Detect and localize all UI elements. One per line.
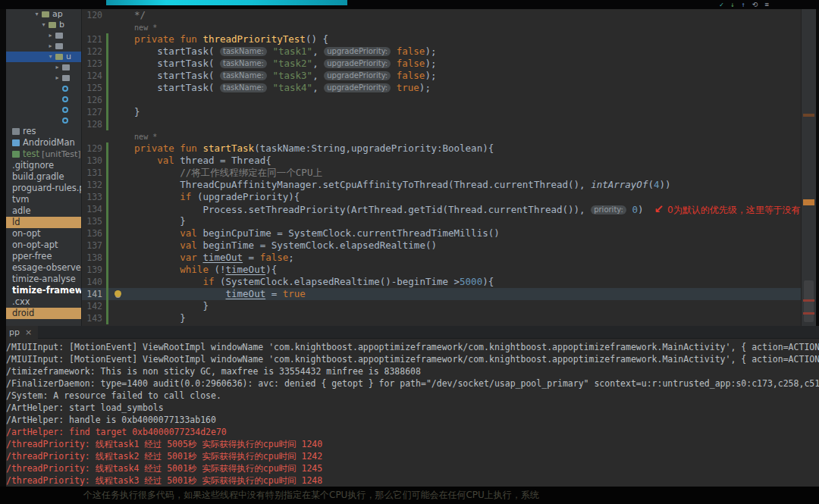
line-number[interactable]: 139: [82, 264, 106, 276]
code-content[interactable]: val beginTime = SystemClock.elapsedRealt…: [111, 239, 801, 252]
project-item[interactable]: AndroidMan: [6, 137, 81, 149]
line-number[interactable]: 121: [82, 33, 106, 45]
stripe-mark[interactable]: [803, 299, 814, 302]
line-number[interactable]: 123: [82, 58, 106, 70]
editor-line[interactable]: 130val thread = Thread{: [82, 155, 801, 167]
editor-line[interactable]: 126: [82, 94, 801, 106]
editor-line[interactable]: 135}: [82, 215, 801, 227]
project-item[interactable]: on-opt-apt: [6, 239, 81, 251]
editor-line[interactable]: 122startTask( taskName: "task1", upgrade…: [82, 45, 801, 58]
editor-line[interactable]: 125startTask( taskName: "task4", upgrade…: [82, 82, 801, 94]
line-number[interactable]: [82, 21, 106, 33]
line-number[interactable]: 128: [82, 118, 106, 130]
project-item[interactable]: build.gradle: [6, 171, 81, 183]
project-item[interactable]: .cxx: [6, 296, 81, 308]
tree-row[interactable]: ▾b: [6, 20, 81, 30]
line-number[interactable]: 122: [82, 45, 106, 58]
code-content[interactable]: }: [111, 300, 801, 312]
project-item[interactable]: pper-free: [6, 251, 81, 262]
line-number[interactable]: [82, 130, 106, 142]
code-content[interactable]: startTask( taskName: "task3", upgradePri…: [111, 70, 801, 82]
editor-line[interactable]: 143}: [82, 312, 801, 324]
vcs-update-icon[interactable]: ↓: [730, 0, 734, 9]
line-number[interactable]: 137: [82, 239, 106, 252]
project-item[interactable]: test [unitTest]: [6, 149, 81, 160]
line-number[interactable]: 130: [82, 155, 106, 167]
editor-line[interactable]: 131//将工作线程绑定在同一个CPU上: [82, 167, 801, 179]
editor-line[interactable]: new *: [82, 21, 801, 33]
editor-line[interactable]: 139while (!timeOut){: [82, 264, 801, 276]
editor-line[interactable]: 121private fun threadPriorityTest() {: [82, 33, 801, 45]
tree-row[interactable]: [6, 115, 81, 126]
editor-line[interactable]: 137val beginTime = SystemClock.elapsedRe…: [82, 239, 801, 252]
stripe-mark[interactable]: [803, 199, 814, 205]
editor-line[interactable]: 136val beginCpuTime = SystemClock.curren…: [82, 227, 801, 239]
line-number[interactable]: 124: [82, 70, 106, 82]
project-item[interactable]: ld: [6, 217, 81, 228]
error-stripe[interactable]: [801, 9, 819, 326]
code-content[interactable]: startTask( taskName: "task1", upgradePri…: [111, 45, 801, 58]
project-item[interactable]: timize-framework: [6, 285, 81, 296]
tree-row[interactable]: ▸: [6, 62, 81, 73]
line-number[interactable]: 142: [82, 300, 106, 312]
editor-line[interactable]: 123startTask( taskName: "task2", upgrade…: [82, 58, 801, 70]
editor-line[interactable]: 142}: [82, 300, 801, 312]
history-icon[interactable]: ⟲: [752, 0, 758, 9]
code-content[interactable]: ThreadCpuAffinityManager.setCpuAffinityT…: [111, 179, 801, 191]
vcs-push-icon[interactable]: ↑: [742, 0, 745, 9]
line-number[interactable]: 120: [82, 9, 106, 21]
line-number[interactable]: 138: [82, 252, 106, 264]
intention-bulb-icon[interactable]: [115, 290, 121, 297]
editor-line[interactable]: 124startTask( taskName: "task3", upgrade…: [82, 70, 801, 82]
settings-icon[interactable]: ≡: [765, 0, 769, 9]
code-content[interactable]: Process.setThreadPriority(ArtThread.getT…: [111, 203, 801, 215]
code-content[interactable]: if (upgradePriority){: [111, 191, 801, 203]
code-content[interactable]: }: [111, 312, 801, 324]
editor-line[interactable]: 141timeOut = true: [82, 288, 801, 300]
project-item[interactable]: adle: [6, 205, 81, 217]
code-content[interactable]: startTask( taskName: "task4", upgradePri…: [111, 82, 801, 94]
line-number[interactable]: 141: [82, 288, 106, 300]
tree-row[interactable]: [6, 83, 81, 94]
project-item[interactable]: essage-observer: [6, 262, 81, 274]
console-tab[interactable]: pp ×: [6, 326, 38, 339]
code-content[interactable]: private fun threadPriorityTest() {: [111, 33, 801, 45]
code-content[interactable]: */: [111, 9, 801, 21]
code-content[interactable]: if (SystemClock.elapsedRealtime()-beginT…: [111, 276, 801, 288]
project-item[interactable]: droid: [6, 308, 81, 319]
project-item[interactable]: timize-analyse: [6, 274, 81, 285]
tree-row[interactable]: ▾ap: [6, 9, 81, 20]
line-number[interactable]: 127: [82, 106, 106, 118]
line-number[interactable]: 134: [82, 203, 106, 215]
stripe-mark[interactable]: [803, 114, 814, 117]
code-content[interactable]: while (!timeOut){: [111, 264, 801, 276]
editor-line[interactable]: 120*/: [82, 9, 801, 21]
code-content[interactable]: val thread = Thread{: [111, 155, 801, 167]
project-item[interactable]: .gitignore: [6, 160, 81, 171]
line-number[interactable]: 133: [82, 191, 106, 203]
code-content[interactable]: //将工作线程绑定在同一个CPU上: [111, 167, 801, 179]
editor-line[interactable]: 132ThreadCpuAffinityManager.setCpuAffini…: [82, 179, 801, 191]
project-item[interactable]: proguard-rules.pro: [6, 183, 81, 194]
tree-row[interactable]: ▾u: [6, 52, 81, 62]
editor-line[interactable]: 127}: [82, 106, 801, 118]
project-item[interactable]: on-opt: [6, 228, 81, 239]
chevron-down-icon[interactable]: ▾: [47, 52, 54, 62]
editor-line[interactable]: 129private fun startTask(taskName:String…: [82, 142, 801, 155]
code-content[interactable]: [111, 118, 801, 130]
tree-row[interactable]: [6, 105, 81, 115]
editor-line[interactable]: 134Process.setThreadPriority(ArtThread.g…: [82, 203, 801, 215]
chevron-down-icon[interactable]: ▾: [40, 20, 47, 30]
editor-line[interactable]: 140if (SystemClock.elapsedRealtime()-beg…: [82, 276, 801, 288]
chevron-right-icon[interactable]: ▸: [47, 30, 54, 41]
editor-code-area[interactable]: 120*/new *121private fun threadPriorityT…: [82, 9, 801, 326]
editor-line[interactable]: new *: [82, 130, 801, 142]
tree-row[interactable]: ▸: [6, 41, 81, 52]
stripe-mark[interactable]: [803, 312, 814, 315]
line-number[interactable]: 131: [82, 167, 106, 179]
editor-line[interactable]: 128: [82, 118, 801, 130]
console-output[interactable]: /MIUIInput: [MotionEvent] ViewRootImpl w…: [0, 339, 819, 487]
close-icon[interactable]: ×: [25, 327, 32, 339]
line-number[interactable]: 143: [82, 312, 106, 324]
code-content[interactable]: var timeOut = false;: [111, 252, 801, 264]
